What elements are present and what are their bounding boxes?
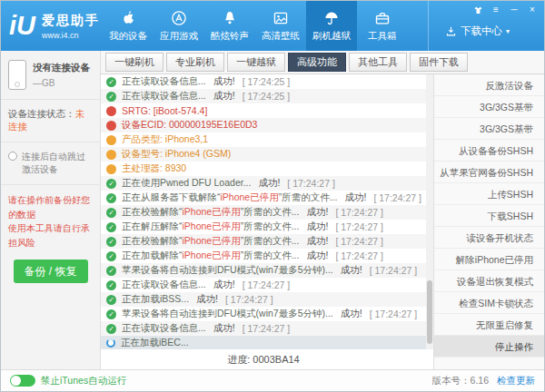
log-text: 正在校验解除“iPhone已停用”所需的文件... [122, 206, 299, 219]
app-url: www.i4.cn [42, 31, 100, 40]
tool-menu-item[interactable]: 检查SIM卡锁状态 [434, 292, 544, 314]
topnav-item[interactable]: 酷炫铃声 [204, 1, 255, 51]
tool-menu-item[interactable]: 停止操作 [434, 336, 544, 358]
tool-menu-item[interactable]: 设备退出恢复模式 [434, 270, 544, 292]
log-text: 产品类型: iPhone3,1 [122, 133, 208, 146]
tool-menu-item[interactable]: 从设备备份SHSH [434, 140, 544, 162]
log-status: 成功! [196, 293, 218, 306]
tab-item[interactable]: 一键刷机 [105, 53, 164, 72]
menu-icon[interactable]: ≡ [490, 5, 501, 15]
log-scrollbar[interactable] [426, 74, 433, 349]
tool-menu-item[interactable]: 3G/3GS基带 [434, 118, 544, 140]
log-status: 成功! [213, 279, 235, 291]
log-time: [ 17:24:27 ] [225, 294, 273, 305]
log-row[interactable]: 产品类型: iPhone3,1 [101, 132, 426, 147]
topnav-label: 酷炫铃声 [211, 30, 249, 43]
log-row[interactable]: ✓正在从服务器下载解除“iPhone已停用”所需的文件...成功![ 17:24… [101, 191, 426, 205]
success-icon: ✓ [106, 324, 116, 334]
radio-icon[interactable] [8, 152, 17, 161]
tab-item[interactable]: 固件下载 [410, 53, 468, 72]
log-row[interactable]: ✓正在读取设备信息...成功![ 17:24:27 ] [101, 278, 426, 292]
topnav-item[interactable]: 我的设备 [103, 1, 154, 51]
itunes-block-toggle[interactable]: 禁止iTunes自动运行 [10, 375, 126, 387]
apple-icon [120, 10, 136, 26]
log-text: 正在读取设备信息... [122, 279, 206, 291]
minimize-icon[interactable]: ─ [509, 5, 520, 15]
log-status: 成功! [213, 322, 235, 335]
log-row[interactable]: ✓正在使用Pwned DFU Loader...成功![ 17:24:27 ] [101, 176, 426, 191]
tab-item[interactable]: 专业刷机 [166, 53, 224, 72]
log-text: 正在加载解除“iPhone已停用”所需的文件... [122, 250, 299, 262]
skin-icon[interactable] [472, 5, 483, 15]
log-row[interactable]: ✓正在解压解除“iPhone已停用”所需的文件...成功![ 17:24:27 … [101, 220, 426, 234]
topnav-item[interactable]: 刷机越狱 [306, 1, 357, 51]
tool-menu-item[interactable]: 从苹果官网备份SHSH [434, 162, 544, 183]
topnav-item[interactable]: 工具箱 [357, 1, 408, 51]
log-row[interactable]: ✓苹果设备将自动连接到DFU模式(win7最多5分钟)...成功![ 17:24… [101, 263, 426, 278]
topnav-label: 高清壁纸 [262, 30, 300, 43]
close-icon[interactable]: × [527, 5, 538, 15]
log-time: [ 17:24:27 ] [370, 309, 418, 319]
log-row[interactable]: ✓正在读取设备信息...成功![ 17:24:27 ] [101, 321, 426, 336]
log-row[interactable]: 正在加载iBEC... [101, 336, 426, 349]
tool-menu-item[interactable]: 上传SHSH [434, 183, 544, 205]
status-bar: 禁止iTunes自动运行 版本号：6.16 检查更新 [1, 369, 544, 391]
tool-menu-item[interactable]: 解除iPhone已停用 [434, 249, 544, 270]
log-row[interactable]: 设备型号: iPhone4 (GSM) [101, 147, 426, 162]
tool-menu-item[interactable]: 读设备开机状态 [434, 227, 544, 249]
log-row[interactable]: ✓苹果设备将自动连接到DFU模式(win7最多5分钟)...成功![ 17:24… [101, 307, 426, 321]
logo-text: 爱思助手 www.i4.cn [42, 13, 100, 40]
log-time: [ 17:24:27 ] [373, 192, 421, 203]
log-text: 正在读取设备信息... [122, 90, 206, 103]
log-row[interactable]: SRTG: [iBoot-574.4] [101, 103, 426, 118]
backup-restore-button[interactable]: 备份 / 恢复 [14, 260, 88, 283]
log-text: 设备ECID: 000000195E16E0D3 [122, 119, 257, 132]
log-row[interactable]: 主处理器: 8930 [101, 162, 426, 176]
log-time: [ 17:24:27 ] [243, 279, 291, 290]
loading-icon [106, 338, 115, 348]
bell-icon [222, 10, 238, 26]
log-time: [ 17:24:27 ] [287, 178, 335, 189]
version-area: 版本号：6.16 检查更新 [432, 375, 535, 387]
log-row[interactable]: ✓正在校验解除“iPhone已停用”所需的文件...成功![ 17:24:27 … [101, 234, 426, 249]
scrollbar-thumb[interactable] [427, 280, 432, 344]
log-row[interactable]: ✓正在校验解除“iPhone已停用”所需的文件...成功![ 17:24:27 … [101, 205, 426, 220]
topnav-label: 工具箱 [368, 30, 397, 43]
log-row[interactable]: ✓正在读取设备信息...成功![ 17:24:25 ] [101, 89, 426, 103]
check-update-link[interactable]: 检查更新 [497, 375, 535, 387]
tool-menu-item[interactable]: 下载SHSH [434, 205, 544, 227]
toggle-switch-icon[interactable] [10, 375, 35, 387]
app-name: 爱思助手 [42, 13, 100, 29]
download-center-button[interactable]: 下载中心 ▾ [445, 24, 510, 38]
topnav-item[interactable]: 应用游戏 [154, 1, 204, 51]
window-controls: ≡─× [472, 5, 538, 15]
log-status: 成功! [258, 177, 280, 190]
backup-warning-text: 请在操作前备份好您的数据 使用本工具请自行承担风险 [1, 185, 100, 253]
tool-menu-item[interactable]: 反激活设备 [434, 74, 544, 96]
tab-item[interactable]: 其他工具 [349, 53, 407, 72]
tool-menu-item[interactable]: 无限重启修复 [434, 314, 544, 336]
tab-item[interactable]: 一键越狱 [227, 53, 285, 72]
log-status: 成功! [341, 308, 362, 320]
topnav-item[interactable]: 高清壁纸 [255, 1, 306, 51]
log-row[interactable]: 设备ECID: 000000195E16E0D3 [101, 118, 426, 132]
log-status: 成功! [341, 264, 362, 277]
auto-activate-option[interactable]: 连接后自动跳过激活设备 [1, 142, 100, 185]
success-icon: ✓ [106, 309, 116, 319]
log-row[interactable]: ✓正在加载解除“iPhone已停用”所需的文件...成功![ 17:24:27 … [101, 249, 426, 263]
log-row[interactable]: ✓正在加载iBSS...成功![ 17:24:27 ] [101, 292, 426, 307]
dot-yellow-icon [106, 164, 116, 174]
topbar-right: ≡─× 下载中心 ▾ [428, 1, 544, 51]
log-time: [ 17:24:27 ] [370, 265, 418, 276]
log-row[interactable]: ✓正在读取设备信息...成功![ 17:24:25 ] [101, 74, 426, 89]
tab-item[interactable]: 高级功能 [288, 53, 346, 72]
log-time: [ 17:24:27 ] [335, 221, 383, 232]
log-list: ✓正在读取设备信息...成功![ 17:24:25 ]✓正在读取设备信息...成… [101, 74, 426, 349]
tool-menu-item[interactable]: 3G/3GS基带 [434, 96, 544, 118]
connection-status-label: 设备连接状态： [8, 108, 75, 119]
log-time: [ 17:24:27 ] [335, 236, 383, 247]
dot-yellow-icon [106, 150, 116, 160]
log-status: 成功! [213, 90, 235, 103]
log-text: 正在读取设备信息... [122, 75, 206, 88]
success-icon: ✓ [106, 251, 116, 261]
